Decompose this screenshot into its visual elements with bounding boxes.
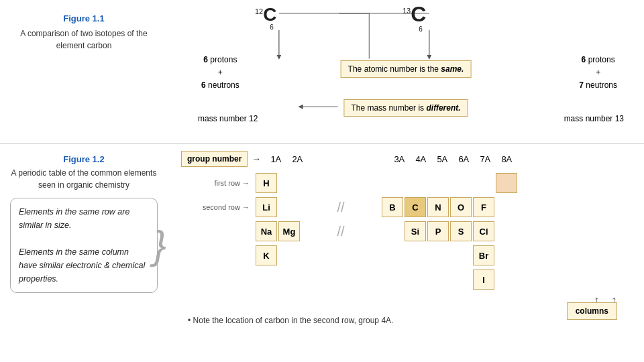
mass-number-callout: The mass number is different.	[343, 99, 468, 117]
pt-empty-1	[278, 173, 300, 193]
element-O: O	[450, 197, 472, 217]
figure-1-2-left: Figure 1.2 A periodic table of the commo…	[0, 144, 168, 362]
group-num-3a: 3A	[388, 154, 410, 164]
row-label-second: second row →	[181, 203, 255, 211]
pt-row5-end	[496, 269, 517, 290]
pt-empty-2	[382, 173, 403, 193]
pt-row2-empty	[278, 197, 300, 217]
protons-left-count: 6	[203, 55, 208, 64]
pt-row-3: Na Mg // Si P S Cl	[181, 221, 637, 242]
group-num-4a: 4A	[410, 154, 431, 164]
element-Cl: Cl	[473, 221, 494, 241]
element-S: S	[450, 221, 472, 241]
element-Na: Na	[256, 221, 277, 241]
group-num-1a: 1A	[265, 154, 286, 164]
element-N: N	[427, 197, 449, 217]
isotope-1-atomic: 6	[270, 23, 274, 31]
columns-container: ↑ ↑ columns	[580, 294, 631, 325]
callout-column-text: Elements in the same column have similar…	[19, 245, 149, 286]
element-F: F	[473, 197, 494, 217]
isotope-1-mass: 12	[255, 7, 263, 15]
callout-row-text: Elements in the same row are similar in …	[19, 205, 149, 232]
element-K: K	[256, 245, 277, 265]
pt-row-5: I	[181, 269, 637, 290]
columns-box: columns	[567, 302, 617, 320]
group-num-2a: 2A	[286, 154, 308, 164]
plus-left: +	[218, 68, 223, 77]
protons-right-text: protons	[588, 55, 615, 64]
element-H: H	[256, 173, 277, 193]
mass-number-right: mass number 13	[564, 114, 624, 123]
pt-row-4: K Br	[181, 245, 637, 266]
neutrons-left-count: 6	[201, 80, 206, 90]
group-number-box: group number	[181, 151, 248, 167]
pt-row4-empty2	[382, 245, 403, 265]
pt-empty-5	[450, 173, 472, 193]
group-num-8a: 8A	[496, 154, 517, 164]
neutrons-right-count: 7	[579, 80, 584, 90]
protons-neutrons-left: 6 protons + 6 neutrons	[201, 54, 239, 93]
element-Li: Li	[256, 197, 277, 217]
isotope-2-symbol: 13C 6	[402, 3, 436, 27]
figure-1-1-caption: Figure 1.1 A comparison of two isotopes …	[0, 0, 168, 143]
figure-1-2-description: A periodic table of the common elements …	[10, 167, 158, 191]
pt-row4-empty5	[450, 245, 472, 265]
carbon-location-note: • Note the location of carbon in the sec…	[181, 316, 580, 325]
protons-neutrons-right: 6 protons + 7 neutrons	[579, 54, 617, 93]
pt-row2-end	[496, 197, 517, 217]
pt-empty-4	[427, 173, 449, 193]
isotope-1-symbol: 12C 6	[255, 5, 286, 27]
group-num-7a: 7A	[474, 154, 496, 164]
callout-bubble: Elements in the same row are similar in …	[10, 198, 158, 293]
pt-row5-empty4	[405, 269, 426, 290]
figure-1-1-diagram: 12C 6 13C 6 6 protons + 6 neutrons 6 pro…	[168, 0, 644, 143]
isotope-1-element: C	[263, 4, 276, 25]
pt-row4-empty3	[405, 245, 426, 265]
protons-left-text: protons	[210, 55, 237, 64]
figure-1-1-title: Figure 1.1	[10, 13, 158, 23]
group-num-5a: 5A	[431, 154, 453, 164]
pt-row5-empty3	[382, 269, 403, 290]
protons-right-count: 6	[582, 55, 586, 64]
columns-label: columns	[576, 306, 608, 316]
plus-right: +	[596, 68, 600, 77]
neutrons-right-text: neutrons	[586, 80, 617, 90]
group-header-row: group number → 1A 2A 3A 4A 5A 6A 7A 8A	[181, 151, 637, 167]
element-8A-row1	[496, 173, 517, 193]
isotope-2-element: C	[411, 2, 426, 26]
element-B: B	[382, 197, 403, 217]
figure-1-1-section: Figure 1.1 A comparison of two isotopes …	[0, 0, 644, 144]
pt-empty-3	[405, 173, 426, 193]
pt-row4-end	[496, 245, 517, 265]
pt-break-slash-2: //	[301, 224, 381, 239]
element-C: C	[405, 197, 426, 217]
element-Mg: Mg	[278, 221, 300, 241]
pt-row5-empty2	[278, 269, 300, 290]
group-arrow-right: →	[252, 154, 261, 164]
figure-1-2-section: Figure 1.2 A periodic table of the commo…	[0, 144, 644, 362]
element-I: I	[473, 269, 494, 290]
element-Br: Br	[473, 245, 494, 265]
isotope-2-mass: 13	[402, 7, 411, 15]
figure-1-2-caption: Figure 1.2 A periodic table of the commo…	[10, 154, 158, 191]
figure-1-2-title: Figure 1.2	[10, 154, 158, 164]
note-columns-row: • Note the location of carbon in the sec…	[181, 294, 637, 325]
atomic-number-callout: The atomic number is the same.	[341, 60, 472, 78]
pt-row5-empty5	[427, 269, 449, 290]
pt-empty-6	[473, 173, 494, 193]
pt-row-1: first row → H	[181, 172, 637, 194]
row-label-first: first row →	[181, 179, 255, 187]
pt-break-slash: //	[301, 200, 381, 215]
pt-row-2: second row → Li // B C N O F	[181, 196, 637, 218]
pt-row4-empty1	[278, 245, 300, 265]
mass-number-left: mass number 12	[198, 114, 258, 123]
element-Si: Si	[405, 221, 426, 241]
figure-1-1-description: A comparison of two isotopes of the elem…	[10, 27, 158, 52]
isotope-2-atomic: 6	[419, 25, 423, 33]
pt-row5-empty6	[450, 269, 472, 290]
element-P: P	[427, 221, 449, 241]
pt-row3-end	[496, 221, 517, 241]
pt-row4-empty4	[427, 245, 449, 265]
mass-different-text: different.	[426, 103, 460, 113]
neutrons-left-text: neutrons	[208, 80, 239, 90]
